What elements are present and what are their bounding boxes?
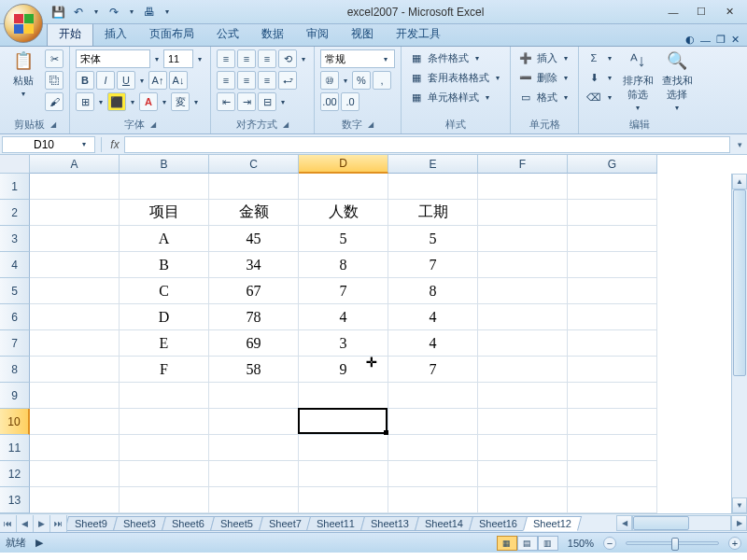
cell[interactable] [30, 200, 120, 226]
cell[interactable] [568, 383, 657, 409]
macro-record-icon[interactable]: ▶ [35, 537, 43, 549]
cell[interactable]: 工期 [388, 200, 478, 226]
currency-button[interactable]: ⑩ [320, 71, 339, 90]
sheet-last-icon[interactable]: ⏭ [50, 515, 67, 532]
cell[interactable]: B [120, 252, 209, 278]
border-button[interactable]: ⊞ [76, 92, 94, 111]
tab-home[interactable]: 开始 [47, 21, 93, 46]
scroll-up-icon[interactable]: ▲ [732, 174, 747, 189]
cell-styles-button[interactable]: ▦单元格样式▾ [407, 89, 504, 105]
sheet-tab[interactable]: Sheet6 [162, 516, 215, 531]
fx-button[interactable]: fx [106, 138, 124, 151]
row-header[interactable]: 11 [0, 435, 30, 461]
cell[interactable] [299, 461, 388, 487]
zoom-out-button[interactable]: − [603, 537, 616, 550]
fill-dropdown-icon[interactable]: ▾ [128, 98, 137, 106]
cell[interactable] [30, 409, 120, 435]
doc-minimize-icon[interactable]: — [700, 35, 711, 46]
cell[interactable] [478, 226, 568, 252]
namebox-dropdown-icon[interactable]: ▾ [79, 140, 89, 148]
cell[interactable] [30, 330, 120, 357]
cell[interactable]: D [120, 304, 209, 330]
decrease-indent-button[interactable]: ⇤ [217, 92, 235, 111]
format-cells-button[interactable]: ▭格式▾ [516, 89, 572, 105]
cell[interactable] [30, 174, 120, 200]
italic-button[interactable]: I [96, 71, 115, 90]
cell[interactable]: 9 [299, 357, 388, 383]
row-header[interactable]: 10 [0, 409, 30, 435]
save-icon[interactable]: 💾 [50, 5, 65, 20]
row-header[interactable]: 4 [0, 252, 30, 278]
cell[interactable]: 78 [209, 304, 299, 330]
cell[interactable] [568, 409, 657, 435]
cell[interactable]: 7 [388, 252, 478, 278]
row-header[interactable]: 12 [0, 461, 30, 487]
sheet-tab[interactable]: Sheet14 [415, 516, 473, 531]
hscroll-track[interactable] [632, 515, 731, 531]
cell[interactable] [388, 461, 478, 487]
page-break-view-button[interactable]: ▥ [538, 536, 558, 551]
paste-dropdown-icon[interactable]: ▾ [19, 90, 28, 98]
align-top-button[interactable]: ≡ [217, 49, 235, 68]
cell[interactable]: 34 [209, 252, 299, 278]
conditional-format-button[interactable]: ▦条件格式▾ [407, 49, 504, 66]
font-size-dropdown-icon[interactable]: ▾ [195, 55, 204, 63]
doc-restore-icon[interactable]: ❐ [716, 34, 726, 46]
office-button[interactable] [4, 4, 43, 43]
cell[interactable] [478, 304, 568, 330]
row-header[interactable]: 13 [0, 487, 30, 513]
merge-button[interactable]: ⊟ [258, 92, 276, 111]
cell[interactable]: 58 [209, 357, 299, 383]
maximize-button[interactable]: ☐ [687, 4, 715, 21]
zoom-in-button[interactable]: + [728, 537, 741, 550]
cells-area[interactable]: 项目金额人数工期A4555B3487C6778D7844E6934F5897 [30, 174, 657, 513]
font-name-combo[interactable]: 宋体 [76, 49, 150, 68]
cell[interactable] [30, 487, 120, 513]
sort-filter-button[interactable]: ᴬ↓排序和 筛选▾ [620, 49, 655, 112]
row-header[interactable]: 7 [0, 330, 30, 357]
cell[interactable]: 4 [388, 330, 478, 357]
cell[interactable] [299, 487, 388, 513]
shrink-font-button[interactable]: A↓ [169, 71, 188, 90]
redo-icon[interactable]: ↷ [106, 5, 121, 20]
format-painter-icon[interactable]: 🖌 [45, 92, 63, 111]
find-select-button[interactable]: 🔍查找和 选择▾ [659, 49, 695, 112]
increase-indent-button[interactable]: ⇥ [237, 92, 256, 111]
redo-dropdown-icon[interactable]: ▾ [127, 7, 136, 16]
tab-review[interactable]: 审阅 [295, 22, 340, 46]
paste-button[interactable]: 📋 粘贴 ▾ [6, 49, 41, 98]
decrease-decimal-button[interactable]: .0 [341, 92, 359, 111]
comma-button[interactable]: , [373, 71, 391, 90]
cell[interactable]: 69 [209, 330, 299, 357]
help-icon[interactable]: ◐ [685, 34, 695, 46]
cell[interactable] [568, 461, 657, 487]
cell[interactable] [120, 383, 209, 409]
cell[interactable] [120, 487, 209, 513]
fill-color-button[interactable]: ⬛ [107, 92, 126, 111]
cell[interactable] [478, 409, 568, 435]
cell[interactable]: 金额 [209, 200, 299, 226]
cell[interactable] [568, 357, 657, 383]
column-header[interactable]: A [30, 155, 120, 174]
cell[interactable]: 4 [299, 304, 388, 330]
number-dialog-icon[interactable]: ◢ [368, 120, 374, 129]
align-middle-button[interactable]: ≡ [237, 49, 256, 68]
cell[interactable] [299, 174, 388, 200]
cell[interactable] [120, 435, 209, 461]
tab-developer[interactable]: 开发工具 [385, 22, 452, 46]
tab-insert[interactable]: 插入 [93, 22, 138, 46]
autosum-button[interactable]: Σ▾ [585, 49, 616, 66]
cell[interactable] [478, 383, 568, 409]
cell[interactable] [299, 435, 388, 461]
fill-button[interactable]: ⬇▾ [585, 69, 616, 86]
cell[interactable] [299, 383, 388, 409]
number-format-combo[interactable]: 常规▾ [320, 49, 395, 68]
phonetic-button[interactable]: 変 [171, 92, 190, 111]
scroll-left-icon[interactable]: ◀ [616, 515, 632, 531]
undo-icon[interactable]: ↶ [71, 5, 86, 20]
sheet-tab[interactable]: Sheet12 [523, 516, 582, 531]
cell[interactable]: F [120, 357, 209, 383]
wrap-text-button[interactable]: ⮐ [278, 71, 297, 90]
close-button[interactable]: ✕ [715, 4, 743, 21]
cell[interactable] [568, 174, 657, 200]
